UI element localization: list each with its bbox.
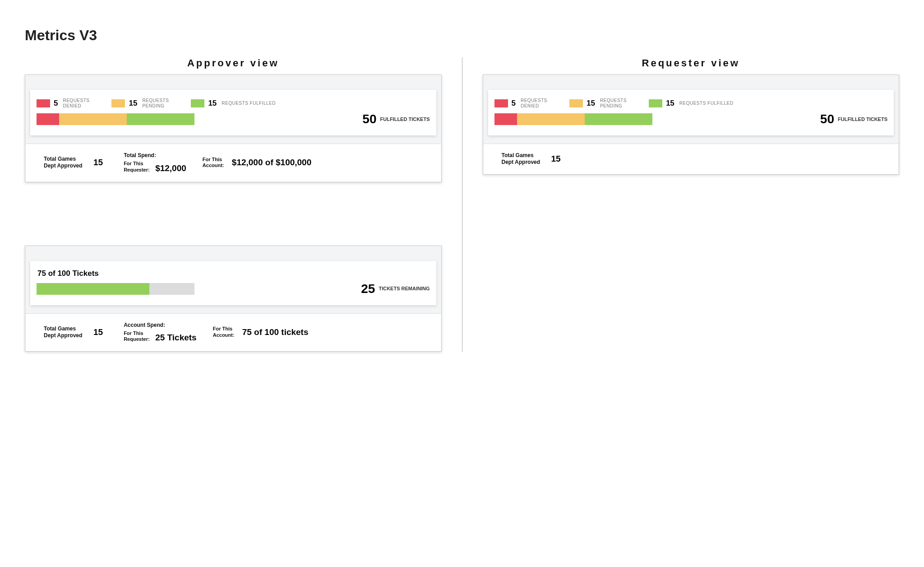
bar-row: 25 TICKETS REMAINING: [37, 282, 430, 296]
requests-bar: [494, 113, 652, 125]
bar-segment-remaining: [149, 283, 194, 295]
fulfilled-total-label: FULFILLED TICKETS: [838, 116, 887, 122]
stat-fulfilled: 15 REQUESTS FULFILLED: [649, 99, 734, 108]
games-approved: Total Games Dept Approved 15: [502, 152, 561, 166]
stat-denied: 5 REQUESTS DENIED: [494, 98, 561, 108]
page-title: Metrics V3: [25, 27, 899, 44]
requester-column: Requester view 5 REQUESTS DENIED 15 REQU…: [462, 57, 900, 352]
approver-view-title: Approver view: [25, 57, 442, 69]
games-label: Total Games Dept Approved: [44, 325, 89, 339]
approver-card-tickets: 75 of 100 Tickets 25 TICKETS REMAINING T…: [25, 246, 442, 352]
fulfilled-label: REQUESTS FULFILLED: [222, 101, 276, 106]
denied-label: REQUESTS DENIED: [63, 98, 103, 108]
tickets-bar: [37, 283, 194, 295]
fulfilled-label: REQUESTS FULFILLED: [679, 101, 734, 106]
requester-card-requests: 5 REQUESTS DENIED 15 REQUESTS PENDING 15…: [483, 74, 900, 175]
fulfilled-total-num: 50: [820, 112, 834, 126]
fulfilled-count: 15: [666, 99, 675, 108]
denied-label: REQUESTS DENIED: [521, 98, 561, 108]
requests-panel: 5 REQUESTS DENIED 15 REQUESTS PENDING 15…: [30, 90, 436, 135]
pending-count: 15: [129, 99, 137, 108]
spend-req-label: For This Requester:: [124, 330, 151, 343]
spend-acct-value: $12,000 of $100,000: [232, 158, 311, 167]
pending-count: 15: [587, 99, 595, 108]
fulfilled-total: 50 FULFILLED TICKETS: [820, 112, 887, 126]
spend-acct-value: 75 of 100 tickets: [242, 327, 309, 337]
spend-req-value: 25 Tickets: [155, 333, 197, 343]
games-value: 15: [93, 327, 103, 337]
requests-panel: 5 REQUESTS DENIED 15 REQUESTS PENDING 15…: [488, 90, 894, 135]
chip-fulfilled-icon: [649, 99, 662, 107]
bar-segment-fulfilled: [127, 113, 194, 125]
bar-segment-pending: [59, 113, 127, 125]
pending-label: REQUESTS PENDING: [142, 98, 183, 108]
games-value: 15: [93, 158, 103, 167]
spend-account: For This Account: $12,000 of $100,000: [203, 157, 311, 169]
bar-segment-used: [37, 283, 149, 295]
stat-row: 5 REQUESTS DENIED 15 REQUESTS PENDING 15…: [494, 98, 888, 108]
games-approved: Total Games Dept Approved 15: [44, 325, 103, 339]
stat-denied: 5 REQUESTS DENIED: [37, 98, 103, 108]
tickets-remaining: 25 TICKETS REMAINING: [361, 282, 430, 296]
spend-title: Total Spend:: [124, 152, 186, 159]
bar-segment-denied: [494, 113, 517, 125]
spend-req-label: For This Requester:: [124, 161, 151, 173]
games-label: Total Games Dept Approved: [502, 152, 547, 166]
denied-count: 5: [54, 99, 58, 108]
fulfilled-count: 15: [208, 99, 217, 108]
stat-pending: 15 REQUESTS PENDING: [111, 98, 183, 108]
chip-pending-icon: [111, 99, 125, 107]
spend-acct-label: For This Account:: [213, 326, 238, 339]
spend-account: For This Account: 75 of 100 tickets: [213, 326, 309, 339]
spend-req-value: $12,000: [155, 163, 186, 173]
bar-segment-denied: [37, 113, 59, 125]
requests-bar: [37, 113, 194, 125]
bar-segment-fulfilled: [585, 113, 652, 125]
games-label: Total Games Dept Approved: [44, 156, 89, 169]
stat-row: 5 REQUESTS DENIED 15 REQUESTS PENDING 15…: [37, 98, 430, 108]
pending-label: REQUESTS PENDING: [600, 98, 641, 108]
bar-row: 50 FULFILLED TICKETS: [494, 112, 888, 126]
spend-title: Account Spend:: [124, 322, 197, 329]
spend-acct-label: For This Account:: [203, 157, 227, 169]
fulfilled-total-label: FULFILLED TICKETS: [380, 116, 430, 122]
chip-fulfilled-icon: [191, 99, 204, 107]
chip-pending-icon: [569, 99, 583, 107]
approver-strip-2: Total Games Dept Approved 15 Account Spe…: [26, 313, 441, 351]
approver-card-requests: 5 REQUESTS DENIED 15 REQUESTS PENDING 15…: [25, 74, 442, 182]
approver-column: Approver view 5 REQUESTS DENIED 15 REQUE…: [25, 57, 462, 352]
stat-pending: 15 REQUESTS PENDING: [569, 98, 641, 108]
chip-denied-icon: [494, 99, 508, 107]
bar-row: 50 FULFILLED TICKETS: [37, 112, 430, 126]
approver-strip-1: Total Games Dept Approved 15 Total Spend…: [26, 144, 441, 181]
requester-view-title: Requester view: [483, 57, 900, 69]
denied-count: 5: [512, 99, 516, 108]
games-approved: Total Games Dept Approved 15: [44, 156, 103, 169]
fulfilled-total: 50 FULFILLED TICKETS: [362, 112, 430, 126]
fulfilled-total-num: 50: [362, 112, 376, 126]
account-spend-block: Account Spend: For This Requester: 25 Ti…: [124, 322, 197, 343]
columns: Approver view 5 REQUESTS DENIED 15 REQUE…: [25, 57, 899, 352]
tickets-bar-title: 75 of 100 Tickets: [37, 269, 430, 278]
tickets-panel: 75 of 100 Tickets 25 TICKETS REMAINING: [30, 261, 436, 305]
requester-strip-1: Total Games Dept Approved 15: [484, 144, 899, 174]
chip-denied-icon: [37, 99, 50, 107]
remaining-num: 25: [361, 282, 375, 296]
total-spend-block: Total Spend: For This Requester: $12,000: [124, 152, 186, 173]
games-value: 15: [551, 154, 561, 164]
bar-segment-pending: [517, 113, 585, 125]
remaining-label: TICKETS REMAINING: [379, 286, 430, 292]
stat-fulfilled: 15 REQUESTS FULFILLED: [191, 99, 276, 108]
